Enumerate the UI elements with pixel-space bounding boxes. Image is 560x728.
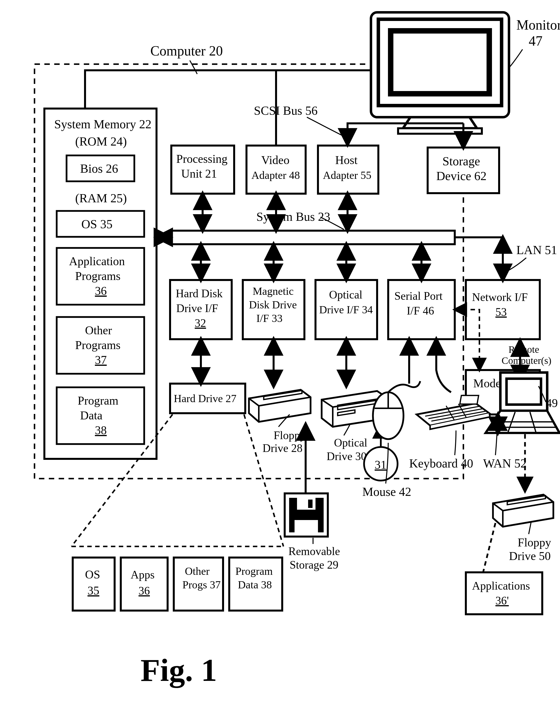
svg-text:I/F 46: I/F 46: [407, 304, 434, 317]
svg-text:Progs 37: Progs 37: [183, 579, 221, 591]
svg-text:Programs: Programs: [75, 269, 121, 282]
svg-text:Drive 30: Drive 30: [326, 450, 366, 463]
svg-rect-118: [466, 572, 542, 614]
bottom-row: OS 35 Apps 36 Other Progs 37 Program Dat…: [73, 558, 282, 611]
monitor-label: Monitor: [516, 17, 560, 33]
svg-text:Mouse 42: Mouse 42: [362, 485, 411, 499]
svg-text:Application: Application: [69, 255, 125, 268]
svg-text:Other: Other: [185, 565, 210, 577]
svg-text:LAN 51: LAN 51: [516, 243, 557, 257]
svg-text:Computer(s): Computer(s): [502, 355, 551, 366]
svg-text:System Memory 22: System Memory 22: [54, 117, 151, 131]
svg-text:38: 38: [95, 424, 107, 437]
figure-label: Fig. 1: [141, 652, 217, 688]
svg-text:Adapter 48: Adapter 48: [252, 169, 300, 181]
svg-text:Programs: Programs: [75, 338, 121, 352]
svg-text:Hard Disk: Hard Disk: [176, 287, 223, 300]
svg-text:Hard Drive 27: Hard Drive 27: [174, 392, 237, 405]
svg-text:Floppy: Floppy: [518, 536, 551, 549]
svg-text:Keyboard 40: Keyboard 40: [409, 456, 473, 470]
svg-rect-126: [294, 520, 318, 532]
svg-text:Optical: Optical: [334, 436, 367, 449]
svg-text:Floppy: Floppy: [274, 429, 305, 442]
svg-text:31: 31: [375, 458, 386, 471]
svg-text:49: 49: [546, 396, 558, 410]
svg-rect-125: [308, 500, 312, 508]
svg-text:Unit 21: Unit 21: [181, 167, 217, 180]
svg-text:Program: Program: [236, 565, 273, 577]
svg-text:Host: Host: [335, 153, 358, 167]
svg-text:OS 35: OS 35: [81, 217, 112, 231]
svg-text:Drive I/F: Drive I/F: [176, 302, 218, 315]
svg-text:Drive 28: Drive 28: [263, 442, 302, 454]
svg-rect-102: [508, 380, 540, 403]
svg-text:Applications: Applications: [472, 579, 530, 592]
svg-text:Video: Video: [261, 153, 289, 167]
svg-text:36: 36: [95, 284, 107, 297]
svg-text:Apps: Apps: [131, 568, 155, 581]
svg-text:Storage 29: Storage 29: [289, 559, 338, 571]
svg-text:Network I/F: Network I/F: [472, 291, 528, 303]
svg-text:Program: Program: [78, 394, 118, 407]
svg-text:Removable: Removable: [288, 545, 340, 558]
diagram-svg: Computer 20 Monitor 47 Storage Device 62…: [0, 0, 560, 728]
svg-text:Device 62: Device 62: [436, 169, 487, 183]
svg-text:Adapter 55: Adapter 55: [323, 169, 371, 181]
computer-label: Computer 20: [150, 43, 223, 58]
svg-text:WAN 52: WAN 52: [483, 456, 526, 470]
svg-text:Serial Port: Serial Port: [394, 290, 443, 302]
svg-text:Magnetic: Magnetic: [253, 285, 293, 297]
floppy-drive-50-icon: [493, 495, 553, 527]
removable-storage-icon: [285, 493, 328, 537]
svg-rect-99: [460, 395, 479, 404]
monitor-icon: [371, 12, 509, 134]
svg-text:Other: Other: [85, 324, 112, 337]
svg-text:(ROM 24): (ROM 24): [75, 134, 127, 148]
svg-text:32: 32: [195, 317, 206, 329]
svg-text:OS: OS: [85, 568, 100, 581]
svg-text:Optical: Optical: [329, 288, 362, 301]
svg-rect-2: [391, 31, 489, 94]
floppy-drive-icon: [249, 390, 310, 422]
svg-text:SCSI Bus 56: SCSI Bus 56: [254, 104, 317, 117]
svg-rect-133: [121, 558, 168, 611]
system-bus: [170, 231, 455, 244]
svg-text:Drive I/F 34: Drive I/F 34: [319, 304, 373, 316]
svg-text:(RAM 25): (RAM 25): [75, 191, 127, 205]
svg-text:37: 37: [95, 353, 107, 366]
svg-text:35: 35: [88, 584, 99, 597]
svg-text:36': 36': [495, 594, 509, 607]
svg-text:Drive 50: Drive 50: [509, 549, 551, 562]
svg-text:36: 36: [139, 584, 150, 597]
svg-text:Storage: Storage: [442, 154, 480, 168]
monitor-num: 47: [529, 33, 542, 49]
svg-line-121: [483, 523, 495, 572]
mouse-icon: [373, 381, 420, 439]
svg-text:Remote: Remote: [508, 344, 539, 355]
svg-text:Disk Drive: Disk Drive: [249, 299, 297, 311]
svg-text:Bios 26: Bios 26: [80, 162, 118, 175]
svg-text:Processing: Processing: [176, 152, 228, 165]
svg-text:I/F 33: I/F 33: [256, 312, 282, 324]
system-bus-label: System Bus 23: [256, 210, 330, 224]
svg-rect-124: [297, 498, 315, 510]
svg-text:Data: Data: [80, 409, 103, 422]
svg-rect-3: [398, 128, 482, 134]
svg-text:Data 38: Data 38: [238, 579, 272, 591]
svg-text:53: 53: [495, 306, 507, 318]
